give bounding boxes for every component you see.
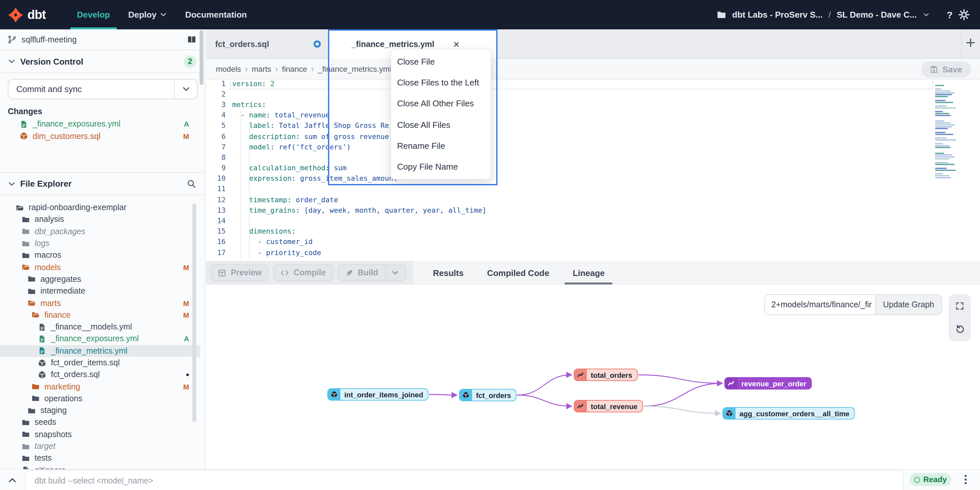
chevron-down-icon [8,180,16,188]
tree-item-_finance_exposures.yml[interactable]: _finance_exposures.ymlA [0,333,200,345]
update-graph-button[interactable]: Update Graph [876,294,942,315]
tree-item-snapshots[interactable]: snapshots [0,428,200,441]
chevron-up-icon[interactable] [8,476,17,485]
menu-item-close-all-other-files[interactable]: Close All Other Files [391,93,490,114]
tree-item-aggregates[interactable]: aggregates [0,273,200,286]
dbt-logo-icon [8,7,24,22]
fullscreen-icon[interactable] [955,302,964,311]
line-number: 12 [206,195,226,205]
status-badge: • [186,370,189,380]
gear-icon[interactable] [958,9,970,20]
command-input[interactable] [25,470,904,490]
lineage-node-int_order_items_joined[interactable]: int_order_items_joined [327,388,428,401]
tree-item-logs[interactable]: logs [0,238,200,249]
nav-link-documentation[interactable]: Documentation [176,0,256,29]
help-icon[interactable]: ? [947,9,953,20]
git-branch-row[interactable]: sqlfluff-meeting [0,29,205,50]
lineage-node-total_revenue[interactable]: total_revenue [574,400,643,412]
tree-item-marts[interactable]: martsM [0,297,200,309]
tree-item-rapid-onboarding-exemplar[interactable]: rapid-onboarding-exemplar [0,202,200,214]
panel-tab-results[interactable]: Results [421,261,475,284]
nav-link-deploy[interactable]: Deploy [119,0,176,29]
menu-item-close-files-to-the-left[interactable]: Close Files to the Left [391,72,490,93]
account-name[interactable]: dbt Labs - ProServ S... [732,10,822,19]
panel-tab-compiled-code[interactable]: Compiled Code [475,261,561,284]
nav-link-develop[interactable]: Develop [68,0,119,29]
tree-item-marketing[interactable]: marketingM [0,381,200,393]
menu-item-close-file[interactable]: Close File [391,51,490,72]
project-name[interactable]: SL Demo - Dave C... [837,10,917,19]
sidebar-scrollbar[interactable] [199,30,204,85]
menu-item-close-all-files[interactable]: Close All Files [391,114,490,136]
breadcrumb-item[interactable]: _finance_metrics.yml [318,64,391,73]
tree-item-models[interactable]: modelsM [0,261,200,273]
folder-icon [22,215,30,224]
build-button[interactable]: Build [337,264,406,281]
tab-fct-orders[interactable]: fct_orders.sql [215,29,269,59]
tree-item-_finance__models.yml[interactable]: _finance__models.yml [0,321,200,333]
reset-view-icon[interactable] [955,325,965,334]
folder-icon [22,251,30,260]
breadcrumb-separator: › [245,64,248,74]
lineage-node-agg_customer_orders__all_time[interactable]: agg_customer_orders__all_time [722,407,855,420]
tree-item-operations[interactable]: operations [0,393,200,405]
line-number: 4 [206,110,226,121]
folder-icon [31,382,40,391]
preview-button[interactable]: Preview [211,264,269,281]
dbt-logo[interactable]: dbt [8,7,46,22]
menu-item-copy-file-name[interactable]: Copy File Name [391,156,490,177]
commit-options-chevron[interactable] [174,80,197,99]
lineage-node-revenue_per_order[interactable]: revenue_per_order [724,377,811,389]
docs-book-icon[interactable] [186,35,197,44]
unsaved-dot-icon[interactable] [313,40,321,48]
folder-icon [27,275,36,284]
breadcrumb-item[interactable]: models [216,64,241,73]
menu-item-rename-file[interactable]: Rename File [391,135,490,156]
tree-item-dbt_packages[interactable]: dbt_packages [0,225,200,238]
file-explorer-title: File Explorer [20,179,72,188]
tree-item-target[interactable]: target [0,441,200,452]
code-editor[interactable]: 1234567891011121314151617 version: 2metr… [206,80,980,261]
tree-item-finance[interactable]: financeM [0,309,200,321]
changes-count-badge: 2 [184,55,196,67]
cube-icon [723,408,735,419]
code-minimap[interactable] [935,85,957,179]
breadcrumb-row: models›marts›finance›_finance_metrics.ym… [206,59,980,80]
tree-item-staging[interactable]: staging [0,405,200,417]
tree-item-_finance_metrics.yml[interactable]: _finance_metrics.yml [0,345,200,357]
changed-file-dim_customers.sql[interactable]: dim_customers.sqlM [0,130,200,142]
search-icon[interactable] [186,179,196,188]
compile-button[interactable]: Compile [274,264,333,281]
breadcrumb-item[interactable]: marts [252,64,271,73]
status-badge: M [183,383,189,391]
status-badge: M [183,299,189,307]
changes-list: _finance_exposures.ymlAdim_customers.sql… [0,118,200,142]
file-explorer-header[interactable]: File Explorer [0,172,205,195]
save-label: Save [942,65,963,74]
kebab-menu-icon[interactable] [961,474,970,485]
commit-and-sync-button[interactable]: Commit and sync [8,79,197,99]
new-tab-button[interactable] [966,38,975,48]
version-control-header[interactable]: Version Control 2 [0,50,205,73]
lineage-node-total_orders[interactable]: total_orders [574,369,637,381]
lineage-selector-input[interactable] [764,294,876,315]
folder-icon [31,394,40,403]
breadcrumb-item[interactable]: finance [282,64,307,73]
tree-item-intermediate[interactable]: intermediate [0,285,200,297]
tree-item-analysis[interactable]: analysis [0,214,200,226]
file-tree-scrollbar[interactable] [192,204,196,422]
panel-tab-lineage[interactable]: Lineage [561,261,616,284]
tree-item-fct_order_items.sql[interactable]: fct_order_items.sql [0,357,200,369]
folder-open-icon [16,203,24,212]
tree-item-tests[interactable]: tests [0,452,200,464]
tree-item-seeds[interactable]: seeds [0,417,200,429]
lineage-node-fct_orders[interactable]: fct_orders [459,389,516,401]
close-tab-icon[interactable] [452,40,460,48]
build-options-chevron[interactable] [385,265,399,281]
tree-item-fct_orders.sql[interactable]: fct_orders.sql• [0,369,200,381]
project-chevron-down-icon[interactable] [923,11,930,18]
tree-item-macros[interactable]: macros [0,249,200,261]
save-button[interactable]: Save [921,61,971,78]
changed-file-_finance_exposures.yml[interactable]: _finance_exposures.ymlA [0,118,200,130]
cube-icon [38,359,46,367]
